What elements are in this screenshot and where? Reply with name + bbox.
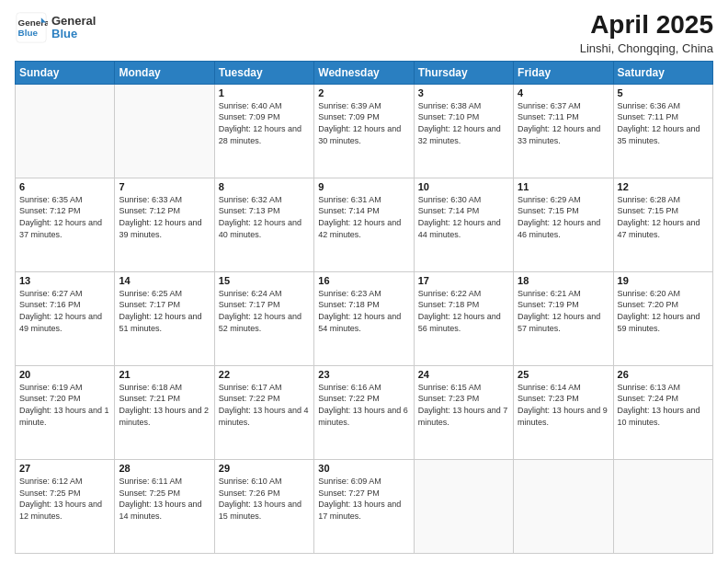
calendar-cell: 4Sunrise: 6:37 AMSunset: 7:11 PMDaylight… (514, 84, 613, 178)
logo-general-text: General (51, 15, 96, 28)
day-info: Sunrise: 6:23 AMSunset: 7:18 PMDaylight:… (318, 288, 409, 334)
day-number: 15 (219, 275, 310, 286)
week-row-5: 27Sunrise: 6:12 AMSunset: 7:25 PMDayligh… (16, 459, 713, 553)
header: General Blue General Blue April 2025 Lin… (15, 11, 713, 55)
calendar-cell: 9Sunrise: 6:31 AMSunset: 7:14 PMDaylight… (314, 178, 414, 271)
calendar-cell: 22Sunrise: 6:17 AMSunset: 7:22 PMDayligh… (214, 365, 313, 459)
week-row-2: 6Sunrise: 6:35 AMSunset: 7:12 PMDaylight… (16, 178, 713, 271)
calendar-cell: 3Sunrise: 6:38 AMSunset: 7:10 PMDaylight… (414, 84, 513, 178)
day-number: 28 (119, 463, 210, 474)
day-info: Sunrise: 6:40 AMSunset: 7:09 PMDaylight:… (219, 100, 310, 146)
calendar-cell: 23Sunrise: 6:16 AMSunset: 7:22 PMDayligh… (314, 365, 414, 459)
calendar-cell (613, 459, 712, 553)
day-number: 27 (19, 463, 110, 474)
day-info: Sunrise: 6:11 AMSunset: 7:25 PMDaylight:… (119, 476, 210, 522)
calendar-cell (414, 459, 513, 553)
day-info: Sunrise: 6:31 AMSunset: 7:14 PMDaylight:… (318, 194, 409, 240)
calendar-cell: 28Sunrise: 6:11 AMSunset: 7:25 PMDayligh… (115, 459, 214, 553)
day-info: Sunrise: 6:17 AMSunset: 7:22 PMDaylight:… (219, 382, 310, 428)
day-info: Sunrise: 6:19 AMSunset: 7:20 PMDaylight:… (19, 382, 110, 428)
day-number: 23 (318, 369, 409, 380)
calendar-cell: 17Sunrise: 6:22 AMSunset: 7:18 PMDayligh… (414, 271, 513, 365)
day-info: Sunrise: 6:35 AMSunset: 7:12 PMDaylight:… (19, 194, 110, 240)
calendar-cell: 7Sunrise: 6:33 AMSunset: 7:12 PMDaylight… (115, 178, 214, 271)
calendar-cell: 30Sunrise: 6:09 AMSunset: 7:27 PMDayligh… (314, 459, 414, 553)
day-info: Sunrise: 6:20 AMSunset: 7:20 PMDaylight:… (618, 288, 709, 334)
day-number: 7 (119, 181, 210, 192)
day-number: 18 (518, 275, 609, 286)
day-number: 25 (518, 369, 609, 380)
day-info: Sunrise: 6:15 AMSunset: 7:23 PMDaylight:… (418, 382, 509, 428)
day-info: Sunrise: 6:21 AMSunset: 7:19 PMDaylight:… (518, 288, 609, 334)
calendar-cell: 15Sunrise: 6:24 AMSunset: 7:17 PMDayligh… (214, 271, 313, 365)
day-info: Sunrise: 6:33 AMSunset: 7:12 PMDaylight:… (119, 194, 210, 240)
day-number: 30 (318, 463, 409, 474)
calendar-cell: 29Sunrise: 6:10 AMSunset: 7:26 PMDayligh… (214, 459, 313, 553)
svg-text:Blue: Blue (18, 28, 39, 38)
logo-icon: General Blue (15, 11, 48, 44)
calendar-cell: 14Sunrise: 6:25 AMSunset: 7:17 PMDayligh… (115, 271, 214, 365)
day-info: Sunrise: 6:29 AMSunset: 7:15 PMDaylight:… (518, 194, 609, 240)
day-number: 20 (19, 369, 110, 380)
day-number: 19 (618, 275, 709, 286)
day-number: 21 (119, 369, 210, 380)
day-info: Sunrise: 6:16 AMSunset: 7:22 PMDaylight:… (318, 382, 409, 428)
calendar-cell: 5Sunrise: 6:36 AMSunset: 7:11 PMDaylight… (613, 84, 712, 178)
calendar-cell: 20Sunrise: 6:19 AMSunset: 7:20 PMDayligh… (16, 365, 115, 459)
main-title: April 2025 (580, 11, 713, 40)
day-info: Sunrise: 6:32 AMSunset: 7:13 PMDaylight:… (219, 194, 310, 240)
calendar-cell (16, 84, 115, 178)
day-number: 26 (618, 369, 709, 380)
weekday-header-thursday: Thursday (414, 61, 513, 84)
calendar-cell: 11Sunrise: 6:29 AMSunset: 7:15 PMDayligh… (514, 178, 613, 271)
day-number: 11 (518, 181, 609, 192)
day-number: 4 (518, 87, 609, 98)
title-block: April 2025 Linshi, Chongqing, China (580, 11, 713, 55)
day-info: Sunrise: 6:27 AMSunset: 7:16 PMDaylight:… (19, 288, 110, 334)
day-info: Sunrise: 6:22 AMSunset: 7:18 PMDaylight:… (418, 288, 509, 334)
subtitle: Linshi, Chongqing, China (580, 41, 713, 55)
day-number: 29 (219, 463, 310, 474)
calendar-cell: 13Sunrise: 6:27 AMSunset: 7:16 PMDayligh… (16, 271, 115, 365)
weekday-header-sunday: Sunday (16, 61, 115, 84)
day-info: Sunrise: 6:30 AMSunset: 7:14 PMDaylight:… (418, 194, 509, 240)
svg-text:General: General (18, 17, 48, 28)
calendar-cell: 18Sunrise: 6:21 AMSunset: 7:19 PMDayligh… (514, 271, 613, 365)
day-number: 14 (119, 275, 210, 286)
calendar-cell: 2Sunrise: 6:39 AMSunset: 7:09 PMDaylight… (314, 84, 414, 178)
day-info: Sunrise: 6:13 AMSunset: 7:24 PMDaylight:… (618, 382, 709, 428)
day-number: 16 (318, 275, 409, 286)
calendar-cell: 1Sunrise: 6:40 AMSunset: 7:09 PMDaylight… (214, 84, 313, 178)
calendar-cell: 16Sunrise: 6:23 AMSunset: 7:18 PMDayligh… (314, 271, 414, 365)
day-number: 6 (19, 181, 110, 192)
day-info: Sunrise: 6:14 AMSunset: 7:23 PMDaylight:… (518, 382, 609, 428)
day-info: Sunrise: 6:09 AMSunset: 7:27 PMDaylight:… (318, 476, 409, 522)
day-info: Sunrise: 6:18 AMSunset: 7:21 PMDaylight:… (119, 382, 210, 428)
day-number: 1 (219, 87, 310, 98)
logo-blue-text: Blue (51, 28, 96, 40)
day-number: 3 (418, 87, 509, 98)
calendar-cell (514, 459, 613, 553)
day-info: Sunrise: 6:25 AMSunset: 7:17 PMDaylight:… (119, 288, 210, 334)
day-info: Sunrise: 6:39 AMSunset: 7:09 PMDaylight:… (318, 100, 409, 146)
day-number: 5 (618, 87, 709, 98)
weekday-header-friday: Friday (514, 61, 613, 84)
day-number: 13 (19, 275, 110, 286)
weekday-header-monday: Monday (115, 61, 214, 84)
logo: General Blue General Blue (15, 11, 96, 44)
calendar-cell: 21Sunrise: 6:18 AMSunset: 7:21 PMDayligh… (115, 365, 214, 459)
day-number: 10 (418, 181, 509, 192)
weekday-header-row: SundayMondayTuesdayWednesdayThursdayFrid… (16, 61, 713, 84)
day-info: Sunrise: 6:38 AMSunset: 7:10 PMDaylight:… (418, 100, 509, 146)
weekday-header-saturday: Saturday (613, 61, 712, 84)
day-info: Sunrise: 6:10 AMSunset: 7:26 PMDaylight:… (219, 476, 310, 522)
week-row-4: 20Sunrise: 6:19 AMSunset: 7:20 PMDayligh… (16, 365, 713, 459)
day-info: Sunrise: 6:24 AMSunset: 7:17 PMDaylight:… (219, 288, 310, 334)
day-number: 9 (318, 181, 409, 192)
calendar-cell (115, 84, 214, 178)
calendar-cell: 25Sunrise: 6:14 AMSunset: 7:23 PMDayligh… (514, 365, 613, 459)
calendar-table: SundayMondayTuesdayWednesdayThursdayFrid… (15, 61, 713, 554)
calendar-cell: 12Sunrise: 6:28 AMSunset: 7:15 PMDayligh… (613, 178, 712, 271)
day-number: 8 (219, 181, 310, 192)
day-number: 22 (219, 369, 310, 380)
